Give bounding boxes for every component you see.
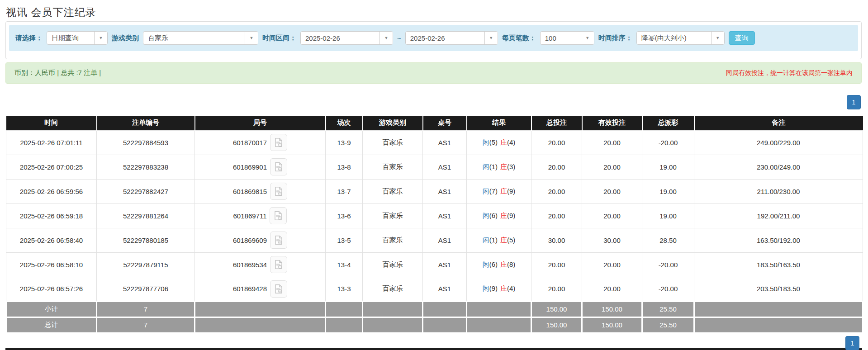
cell-valid-bet: 20.00 (582, 155, 642, 179)
result-banker-score: (9) (507, 187, 515, 195)
game-type-select[interactable]: 百家乐 ▼ (143, 31, 258, 45)
cell-bet-id: 522297877706 (97, 277, 195, 301)
subtotal-valid-bet: 150.00 (582, 301, 642, 317)
date-range-separator: ~ (397, 34, 401, 42)
round-id-text: 601870017 (233, 139, 267, 147)
cell-round-id: 601869815 (195, 179, 326, 203)
cell-table-no: AS1 (423, 179, 467, 203)
cell-remark: 249.00/229.00 (694, 130, 863, 155)
video-playback-icon[interactable] (270, 207, 287, 224)
cell-valid-bet: 20.00 (582, 130, 642, 155)
round-id-text: 601869711 (233, 212, 267, 220)
cell-table-no: AS1 (423, 155, 467, 179)
column-header: 游戏类别 (363, 116, 423, 130)
table-row: 2025-02-26 06:57:26 522297877706 6018694… (6, 277, 863, 301)
page-size-select[interactable]: 100 ▼ (540, 31, 594, 45)
video-playback-icon[interactable] (270, 134, 287, 151)
video-playback-icon[interactable] (270, 158, 287, 175)
query-button[interactable]: 查询 (729, 31, 755, 45)
chevron-down-icon: ▼ (581, 32, 594, 44)
round-id-text: 601869901 (233, 163, 267, 171)
table-row: 2025-02-26 06:58:10 522297879115 6018695… (6, 252, 863, 277)
total-total-bet: 150.00 (531, 317, 582, 333)
result-banker: 庄 (500, 236, 507, 244)
cell-total-bet-link[interactable]: 20.00 (531, 155, 582, 179)
cell-bet-id: 522297880185 (97, 228, 195, 252)
bet-records-table: 时间注单编号局号场次游戏类别桌号结果总投注有效投注总派彩备注 2025-02-2… (5, 116, 863, 334)
currency-total-text: 币别：人民币 | 总共 :7 注单 | (14, 69, 101, 77)
next-table-header-edge (5, 348, 862, 350)
select-type-label: 请选择： (15, 34, 43, 43)
cell-total-bet-link[interactable]: 20.00 (531, 203, 582, 228)
result-banker: 庄 (500, 284, 507, 292)
result-banker-score: (4) (507, 138, 515, 146)
subtotal-label: 小计 (6, 301, 97, 317)
video-playback-icon[interactable] (270, 232, 287, 249)
column-header: 时间 (6, 116, 97, 130)
cell-total-bet-link[interactable]: 20.00 (531, 277, 582, 301)
cell-total-bet-link[interactable]: 20.00 (531, 130, 582, 155)
cell-game-type: 百家乐 (363, 277, 423, 301)
video-playback-icon[interactable] (270, 183, 287, 200)
cell-total-bet-link[interactable]: 30.00 (531, 228, 582, 252)
result-banker-score: (5) (507, 236, 515, 244)
subtotal-payout: 25.50 (642, 301, 694, 317)
subtotal-total-bet: 150.00 (531, 301, 582, 317)
chevron-down-icon: ▼ (711, 32, 724, 44)
cell-game-type: 百家乐 (363, 252, 423, 277)
cell-valid-bet: 20.00 (582, 252, 642, 277)
pagination-page-1-top[interactable]: 1 (847, 95, 861, 109)
chevron-down-icon: ▼ (94, 32, 107, 44)
cell-session: 13-6 (326, 203, 363, 228)
cell-table-no: AS1 (423, 228, 467, 252)
cell-total-bet-link[interactable]: 20.00 (531, 179, 582, 203)
cell-session: 13-3 (326, 277, 363, 301)
cell-session: 13-5 (326, 228, 363, 252)
chevron-down-icon: ▼ (484, 32, 498, 44)
pagination-page-1-bottom[interactable]: 1 (845, 336, 859, 350)
date-to-select[interactable]: 2025-02-26 ▼ (405, 31, 498, 45)
result-player: 闲 (483, 212, 489, 219)
cell-remark: 192.00/211.00 (694, 203, 863, 228)
cell-result: 闲(6)庄(8) (467, 252, 531, 277)
cell-round-id: 601869609 (195, 228, 326, 252)
cell-session: 13-4 (326, 252, 363, 277)
result-banker: 庄 (500, 212, 507, 219)
date-from-select[interactable]: 2025-02-26 ▼ (300, 31, 393, 45)
cell-payout: 19.00 (642, 179, 694, 203)
video-playback-icon[interactable] (270, 256, 287, 273)
column-header: 场次 (326, 116, 363, 130)
result-player: 闲 (483, 187, 489, 195)
total-label: 总计 (6, 317, 97, 333)
cell-session: 13-8 (326, 155, 363, 179)
cell-game-type: 百家乐 (363, 179, 423, 203)
column-header: 备注 (694, 116, 863, 130)
cell-result: 闲(7)庄(9) (467, 179, 531, 203)
filter-panel: 请选择： 日期查询 ▼ 游戏类别 百家乐 ▼ 时间区间： 2025-02-26 … (5, 21, 862, 59)
sort-select[interactable]: 降幂(由大到小) ▼ (636, 31, 725, 45)
cell-result: 闲(6)庄(9) (467, 203, 531, 228)
cell-bet-id: 522297879115 (97, 252, 195, 277)
result-banker-score: (4) (507, 284, 515, 292)
cell-payout: 19.00 (642, 155, 694, 179)
column-header: 桌号 (423, 116, 467, 130)
table-row: 2025-02-26 06:58:40 522297880185 6018696… (6, 228, 863, 252)
cell-time: 2025-02-26 06:57:26 (6, 277, 97, 301)
cell-total-bet-link[interactable]: 20.00 (531, 252, 582, 277)
cell-bet-id: 522297881264 (97, 203, 195, 228)
query-type-select[interactable]: 日期查询 ▼ (47, 31, 108, 45)
result-player-score: (9) (489, 284, 498, 292)
page-title: 视讯 会员下注纪录 (6, 5, 96, 19)
result-player: 闲 (483, 138, 489, 146)
chevron-down-icon: ▼ (245, 32, 258, 44)
table-row: 2025-02-26 07:00:25 522297883238 6018699… (6, 155, 863, 179)
subtotal-row: 小计 7 150.00 150.00 25.50 (6, 301, 863, 317)
result-banker-score: (3) (507, 163, 515, 170)
result-player: 闲 (483, 163, 489, 170)
video-playback-icon[interactable] (270, 280, 287, 298)
result-banker-score: (9) (507, 212, 515, 219)
cell-valid-bet: 20.00 (582, 179, 642, 203)
cell-payout: 19.00 (642, 203, 694, 228)
result-player-score: (6) (489, 260, 498, 268)
round-id-text: 601869609 (233, 236, 267, 244)
